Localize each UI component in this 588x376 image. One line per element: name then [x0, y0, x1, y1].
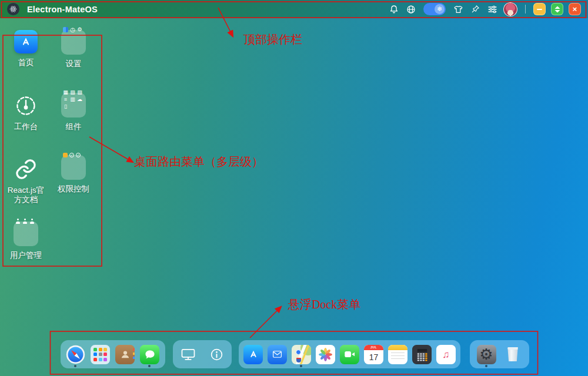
permissions-folder-icon: ✓ ✓	[61, 155, 86, 180]
user-mini-icon	[22, 219, 28, 224]
dock-photos-icon[interactable]	[316, 345, 335, 364]
cloud-mini-icon: ☁	[77, 97, 82, 102]
clock-mini-icon: ◷	[70, 27, 75, 32]
app-logo-icon[interactable]	[7, 3, 19, 15]
shield-check-mini-icon: ✓	[76, 153, 81, 157]
settings-sliders-icon[interactable]	[486, 4, 498, 15]
snowflake-icon: ❄	[435, 4, 445, 14]
desktop-item-workbench[interactable]: 工作台	[1, 94, 51, 132]
annotation-dock-label: 悬浮Dock菜单	[288, 297, 360, 313]
pin-icon[interactable]	[469, 4, 481, 15]
finder-mini-icon	[63, 27, 68, 32]
annotation-desktop-menu-label: 桌面路由菜单（多层级）	[134, 154, 263, 170]
dock-contacts-icon[interactable]	[115, 345, 135, 364]
music-note-icon: ♫	[442, 350, 450, 360]
calendar-month: JUL	[364, 345, 383, 350]
snowflake-toggle[interactable]: ❄	[423, 3, 446, 15]
desktop-item-permissions[interactable]: ✓ ✓ 权限控制	[49, 155, 98, 194]
dock-group-3: JUL 17 ♫	[239, 340, 460, 368]
close-button[interactable]: ×	[569, 3, 581, 15]
topbar-divider	[525, 5, 526, 14]
grid-mini-icon: ▥	[70, 97, 75, 102]
users-folder-icon	[14, 221, 38, 246]
dock-appstore-icon[interactable]	[243, 345, 263, 364]
user-mini-icon	[29, 219, 35, 224]
dock-messages-icon[interactable]	[140, 345, 159, 364]
annotation-topbar-label: 顶部操作栏	[243, 32, 302, 48]
minimize-button[interactable]	[533, 3, 546, 15]
desktop-item-label: 用户管理	[10, 251, 42, 260]
desktop-item-label: 首页	[18, 58, 34, 68]
dock-group-2	[173, 340, 232, 368]
user-avatar[interactable]	[503, 2, 517, 16]
panel-mini-icon: ▧	[77, 90, 82, 95]
dock-mail-icon[interactable]	[268, 345, 287, 364]
shield-check-mini-icon: ✓	[69, 153, 74, 157]
gear-icon: ⚙	[479, 345, 493, 364]
calendar-day: 17	[364, 350, 383, 364]
desktop-item-settings[interactable]: ◷ ⚙ 设置	[49, 30, 98, 69]
dashboard-gauge-icon	[14, 94, 38, 118]
desktop-item-react-docs[interactable]: React.js官方文档	[1, 157, 51, 204]
list-mini-icon: ≡	[63, 97, 68, 102]
running-indicator	[300, 365, 302, 367]
desktop-item-user-management[interactable]: 用户管理	[1, 221, 51, 260]
desktop-item-label: React.js官方文档	[6, 186, 45, 204]
theme-tshirt-icon[interactable]	[452, 4, 464, 15]
desktop-item-components[interactable]: ▦ ▨ ▧ ≡ ▥ ☁ ▯ 组件	[49, 93, 98, 132]
desktop-screen: Electron-MateOS ❄	[0, 0, 588, 376]
close-icon: ×	[573, 5, 577, 13]
link-icon	[14, 157, 38, 181]
dock-display-icon[interactable]	[178, 345, 198, 364]
language-globe-icon[interactable]	[405, 4, 417, 15]
key-mini-icon	[63, 153, 68, 157]
dock-group-1	[61, 340, 165, 368]
document-mini-icon: ▯	[63, 104, 68, 109]
dock-system-preferences-icon[interactable]: ⚙	[477, 345, 496, 364]
dock-notes-icon[interactable]	[388, 345, 407, 364]
running-indicator	[485, 365, 487, 367]
dock-music-icon[interactable]: ♫	[436, 345, 456, 364]
notification-bell-icon[interactable]	[388, 4, 400, 15]
dock-trash-icon[interactable]	[503, 345, 523, 364]
desktop-item-label: 权限控制	[58, 184, 89, 194]
desktop-item-home[interactable]: 首页	[1, 30, 51, 68]
window-title: Electron-MateOS	[27, 5, 98, 14]
dock-info-icon[interactable]	[207, 345, 226, 364]
appstore-icon	[14, 30, 38, 53]
dock-facetime-icon[interactable]	[340, 345, 359, 364]
topbar-actions: ❄ ×	[388, 2, 581, 16]
running-indicator	[74, 365, 76, 367]
image-mini-icon: ▨	[70, 90, 75, 95]
minimize-icon	[537, 9, 542, 10]
maximize-icon	[554, 6, 560, 12]
maximize-button[interactable]	[551, 3, 563, 15]
components-folder-icon: ▦ ▨ ▧ ≡ ▥ ☁ ▯	[61, 93, 86, 118]
trash-bin-icon	[507, 347, 519, 361]
gear-mini-icon: ⚙	[77, 27, 82, 32]
dock-calendar-icon[interactable]: JUL 17	[364, 345, 383, 364]
table-mini-icon: ▦	[63, 90, 68, 95]
dock-maps-icon[interactable]	[292, 345, 311, 364]
dock-group-4: ⚙	[470, 340, 529, 368]
dock-launchpad-icon[interactable]	[91, 345, 110, 364]
topbar: Electron-MateOS ❄	[0, 0, 588, 18]
desktop-item-label: 组件	[66, 122, 82, 132]
settings-folder-icon: ◷ ⚙	[61, 30, 86, 55]
user-mini-icon	[15, 219, 21, 224]
desktop-item-label: 工作台	[14, 122, 38, 132]
dock-calculator-icon[interactable]	[412, 345, 432, 364]
running-indicator	[148, 365, 151, 367]
desktop-item-label: 设置	[66, 59, 82, 69]
dock-safari-icon[interactable]	[66, 345, 85, 364]
